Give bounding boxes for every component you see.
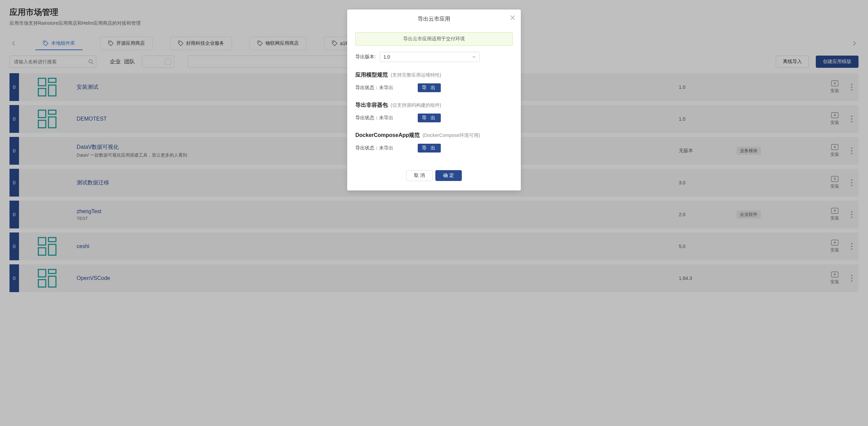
- export-section-1: 导出非容器包 (仅支持源码构建的组件) 导出状态：未导出 导 出: [355, 102, 513, 122]
- section-title: DockerComposeApp规范: [355, 132, 420, 138]
- export-modal: 导出云市应用 导出云市应用适用于交付环境 导出版本: 1.0 应用模型规范 (支…: [347, 9, 521, 190]
- info-banner: 导出云市应用适用于交付环境: [355, 32, 513, 46]
- status-value: 未导出: [379, 115, 393, 120]
- status-label: 导出状态：: [355, 85, 379, 90]
- export-section-0: 应用模型规范 (支持完整应用运维特性) 导出状态：未导出 导 出: [355, 72, 513, 92]
- version-select-value: 1.0: [383, 54, 390, 60]
- version-select[interactable]: 1.0: [380, 52, 480, 62]
- modal-title: 导出云市应用: [418, 16, 450, 22]
- version-label: 导出版本:: [355, 54, 376, 60]
- export-button[interactable]: 导 出: [418, 144, 441, 153]
- cancel-button[interactable]: 取 消: [406, 170, 433, 181]
- status-label: 导出状态：: [355, 115, 379, 120]
- export-button[interactable]: 导 出: [418, 83, 441, 92]
- status-value: 未导出: [379, 145, 393, 150]
- status-value: 未导出: [379, 85, 393, 90]
- section-title: 应用模型规范: [355, 72, 388, 78]
- confirm-button[interactable]: 确 定: [435, 170, 462, 181]
- section-hint: (仅支持源码构建的组件): [391, 102, 441, 108]
- export-section-2: DockerComposeApp规范 (DockerCompose环境可用) 导…: [355, 132, 513, 153]
- close-icon[interactable]: [510, 15, 515, 20]
- export-button[interactable]: 导 出: [418, 114, 441, 122]
- section-title: 导出非容器包: [355, 102, 388, 108]
- section-hint: (DockerCompose环境可用): [422, 133, 480, 138]
- section-hint: (支持完整应用运维特性): [391, 72, 441, 78]
- status-label: 导出状态：: [355, 145, 379, 150]
- modal-overlay: 导出云市应用 导出云市应用适用于交付环境 导出版本: 1.0 应用模型规范 (支…: [0, 0, 868, 426]
- chevron-down-icon: [472, 55, 476, 59]
